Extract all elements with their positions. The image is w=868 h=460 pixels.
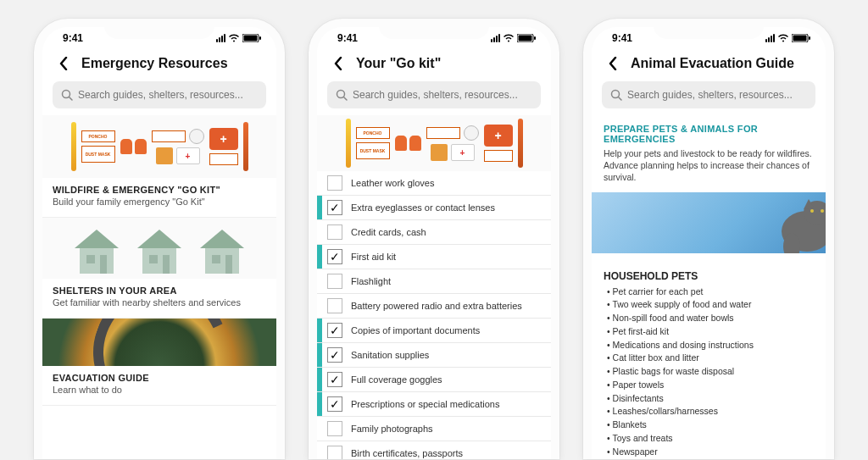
evacuation-illustration xyxy=(42,319,276,366)
checklist-row[interactable]: ✓Copies of important documents xyxy=(317,319,551,343)
checkbox[interactable] xyxy=(327,274,342,289)
checklist-label: Full coverage goggles xyxy=(351,374,442,385)
check-strip xyxy=(317,319,322,342)
search-bar[interactable] xyxy=(602,81,815,108)
checklist-row[interactable]: ✓First aid kit xyxy=(317,245,551,269)
svg-rect-2 xyxy=(259,36,261,40)
svg-point-35 xyxy=(821,209,824,213)
checklist-label: Family photographs xyxy=(351,424,433,434)
bullet-item: Blankets xyxy=(607,418,814,432)
svg-rect-17 xyxy=(212,255,220,263)
check-strip xyxy=(317,269,322,293)
search-bar[interactable] xyxy=(53,81,266,108)
card-evacuation[interactable]: EVACUATION GUIDE Learn what to do xyxy=(42,319,276,406)
search-input[interactable] xyxy=(78,89,258,101)
resources-list[interactable]: PONCHO DUST MASK + xyxy=(42,115,276,459)
battery-icon xyxy=(792,34,810,42)
search-input[interactable] xyxy=(353,89,532,101)
check-strip xyxy=(317,417,322,441)
svg-rect-16 xyxy=(205,248,239,274)
bullet-item: Pet first-aid kit xyxy=(607,325,814,339)
checklist-row[interactable]: Birth certificates, passports xyxy=(317,441,551,459)
wifi-icon xyxy=(228,34,240,42)
search-input[interactable] xyxy=(627,89,807,101)
phone-animal-guide: 9:41 Animal Evacuation Guide PREPARE PET… xyxy=(583,19,834,459)
svg-rect-19 xyxy=(219,236,224,243)
bullet-item: Toys and treats xyxy=(607,432,814,446)
card-title: WILDFIRE & EMERGENCY "GO KIT" xyxy=(53,185,266,195)
checklist-row[interactable]: ✓Prescriptions or special medications xyxy=(317,392,551,417)
check-strip xyxy=(317,294,322,318)
checkbox[interactable] xyxy=(327,421,342,436)
checklist-label: Copies of important documents xyxy=(351,325,480,335)
svg-rect-1 xyxy=(244,36,258,42)
shelters-illustration xyxy=(42,218,276,279)
chevron-left-icon xyxy=(58,57,69,70)
checklist-row[interactable]: Credit cards, cash xyxy=(317,220,551,245)
svg-rect-21 xyxy=(519,36,532,42)
svg-rect-27 xyxy=(809,36,810,40)
notch xyxy=(104,19,214,39)
back-button[interactable] xyxy=(329,54,348,73)
svg-rect-22 xyxy=(534,36,536,40)
card-title: SHELTERS IN YOUR AREA xyxy=(53,285,266,296)
checklist-row[interactable]: ✓Sanitation supplies xyxy=(317,343,551,368)
bullet-item: Two week supply of food and water xyxy=(607,298,814,312)
checklist[interactable]: PONCHO DUST MASK + xyxy=(317,115,551,459)
checkbox[interactable]: ✓ xyxy=(327,396,342,412)
bullet-item: Medications and dosing instructions xyxy=(607,339,814,352)
checklist-row[interactable]: Leather work gloves xyxy=(317,171,551,196)
article-content[interactable]: PREPARE PETS & ANIMALS FOR EMERGENCIES H… xyxy=(592,115,826,459)
bullet-item: Newspaper xyxy=(607,446,814,459)
checkbox[interactable] xyxy=(327,446,342,459)
checkmark-icon: ✓ xyxy=(330,251,340,263)
search-icon xyxy=(610,89,622,101)
svg-line-29 xyxy=(619,97,622,101)
bullet-item: Non-spill food and water bowls xyxy=(607,312,814,325)
check-strip xyxy=(317,392,322,416)
checklist-row[interactable]: ✓Full coverage goggles xyxy=(317,368,551,392)
page-title: Animal Evacuation Guide xyxy=(631,56,794,71)
checklist-row[interactable]: Battery powered radio and extra batterie… xyxy=(317,294,551,319)
back-button[interactable] xyxy=(54,54,73,73)
checklist-label: Credit cards, cash xyxy=(351,227,426,237)
checklist-label: Prescriptions or special medications xyxy=(351,399,499,409)
article-intro: Help your pets and livestock to be ready… xyxy=(604,147,814,184)
cat-hero-image xyxy=(592,192,826,253)
check-strip xyxy=(317,220,322,244)
card-title: EVACUATION GUIDE xyxy=(53,373,266,383)
card-shelters[interactable]: SHELTERS IN YOUR AREA Get familiar with … xyxy=(42,218,276,319)
status-time: 9:41 xyxy=(337,32,358,44)
checklist-row[interactable]: ✓Extra eyeglasses or contact lenses xyxy=(317,196,551,220)
checklist-row[interactable]: Family photographs xyxy=(317,417,551,441)
article-heading: PREPARE PETS & ANIMALS FOR EMERGENCIES xyxy=(604,124,814,144)
notch xyxy=(654,19,764,39)
chevron-left-icon xyxy=(333,57,343,70)
go-kit-illustration: PONCHO DUST MASK + xyxy=(317,115,551,171)
svg-rect-9 xyxy=(93,236,98,243)
checklist-label: Flashlight xyxy=(351,276,391,286)
checkbox[interactable]: ✓ xyxy=(327,323,342,338)
checkbox[interactable]: ✓ xyxy=(327,347,342,363)
check-strip xyxy=(317,171,322,195)
search-bar[interactable] xyxy=(327,81,541,108)
check-strip xyxy=(317,245,322,269)
check-strip xyxy=(317,343,322,367)
checklist-label: Sanitation supplies xyxy=(351,350,429,360)
wifi-icon xyxy=(777,34,789,42)
svg-rect-11 xyxy=(142,248,176,274)
checkbox[interactable] xyxy=(327,224,342,240)
checkmark-icon: ✓ xyxy=(330,202,340,213)
checklist-row[interactable]: Flashlight xyxy=(317,269,551,294)
bullet-item: Leashes/collars/harnesses xyxy=(607,405,814,418)
back-button[interactable] xyxy=(604,54,622,73)
checkbox[interactable]: ✓ xyxy=(327,249,342,264)
svg-rect-13 xyxy=(163,255,170,274)
checkbox[interactable]: ✓ xyxy=(327,372,342,387)
card-go-kit[interactable]: PONCHO DUST MASK + xyxy=(42,115,276,218)
checkbox[interactable] xyxy=(327,298,342,313)
checkbox[interactable]: ✓ xyxy=(327,200,342,215)
checkmark-icon: ✓ xyxy=(330,349,340,361)
checkbox[interactable] xyxy=(327,175,342,191)
header: Emergency Resources xyxy=(42,49,276,81)
